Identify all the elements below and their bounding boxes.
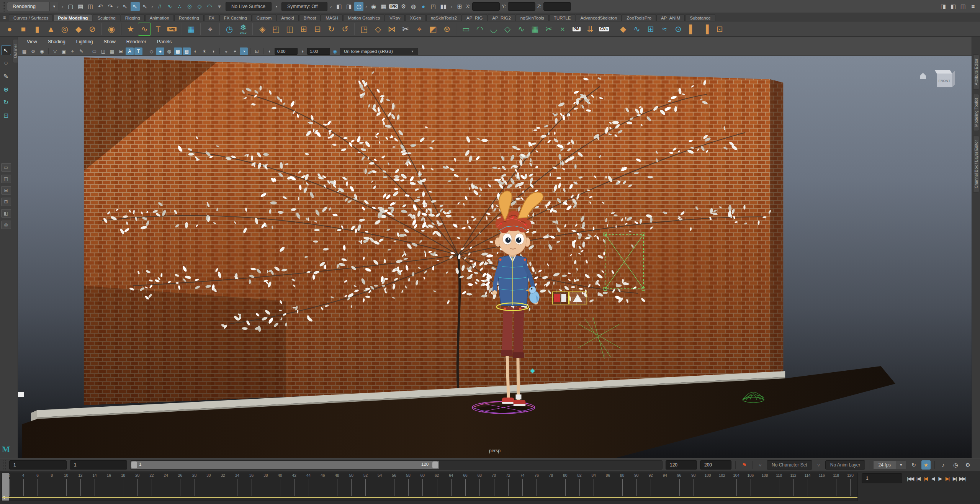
image-plane-icon[interactable]: ▣ — [60, 47, 68, 55]
arnold-renderview-icon[interactable]: ● — [419, 2, 428, 11]
sidebar-tab-attribute-editor[interactable]: Attribute Editor — [973, 54, 979, 89]
shelf-menu-icon[interactable]: ≡ — [2, 15, 9, 21]
shadows-icon[interactable]: ◑ — [209, 47, 217, 55]
sidebar-tool-settings-icon[interactable]: ◧ — [949, 2, 958, 11]
panel-menu-show[interactable]: Show — [99, 39, 121, 44]
snap-projected-center-icon[interactable]: ⊙ — [185, 2, 194, 11]
safe-title-icon[interactable]: T — [134, 47, 142, 55]
snap-grid-icon[interactable]: # — [155, 2, 164, 11]
group-collapse-icon[interactable]: › — [61, 3, 64, 9]
colorspace-dropdown[interactable]: Un-tone-mapped (sRGB)▼ — [340, 48, 418, 55]
render-current-frame-icon[interactable]: ▦ — [379, 2, 388, 11]
boolean-difference-icon[interactable]: ↺ — [339, 23, 352, 36]
outliner-tab[interactable]: Outliner — [13, 39, 18, 63]
xray-joints-icon[interactable]: ◓ — [231, 47, 239, 55]
layout-two-panes[interactable]: ◫ — [1, 175, 11, 183]
layout-three-panes[interactable]: ⊟ — [1, 186, 11, 195]
planar-projection-icon[interactable]: ▭ — [460, 23, 473, 36]
make-live-icon[interactable]: ◠ — [205, 2, 214, 11]
view-transform-toggle-icon[interactable]: ◉ — [331, 47, 339, 55]
go-to-start-button[interactable]: |◀◀ — [906, 473, 914, 483]
add-bookmark-icon[interactable]: ⚑ — [739, 460, 749, 470]
poly-cube-icon[interactable]: ■ — [17, 23, 30, 36]
animation-preferences-icon[interactable]: ⚙ — [963, 460, 972, 470]
unfold-uv-icon[interactable]: ∿ — [515, 23, 528, 36]
undo-icon[interactable]: ↶ — [96, 2, 105, 11]
performance-settings-icon[interactable]: PM — [570, 23, 583, 36]
shelf-tab-bifrost[interactable]: Bifrost — [299, 14, 321, 21]
shelf-tab-mash[interactable]: MASH — [321, 14, 343, 21]
open-render-view-icon[interactable]: ◉ — [369, 2, 378, 11]
shelf-tab-sculpting[interactable]: Sculpting — [93, 14, 120, 21]
cylindrical-projection-icon[interactable]: ◠ — [473, 23, 486, 36]
boolean-union-icon[interactable]: ↻ — [325, 23, 338, 36]
snap-point-icon[interactable]: ∴ — [175, 2, 184, 11]
select-object-icon[interactable]: ↖ — [131, 2, 140, 11]
copy-skin-weights-icon[interactable]: ▌ — [686, 23, 699, 36]
shelf-tab-ngskintools2[interactable]: ngSkinTools2 — [426, 14, 461, 21]
bevel-icon[interactable]: ◇ — [371, 23, 384, 36]
shelf-tab-substance[interactable]: Substance — [685, 14, 715, 21]
output-operations-icon[interactable]: ◨ — [344, 2, 353, 11]
panel-menu-shading[interactable]: Shading — [43, 39, 70, 44]
sweep-mesh-icon[interactable]: ★ — [124, 23, 137, 36]
panel-menu-lighting[interactable]: Lighting — [71, 39, 98, 44]
exposure-icon[interactable]: ◐ — [266, 47, 274, 55]
shelf-tab-fx-caching[interactable]: FX Caching — [219, 14, 252, 21]
move-tool[interactable]: ⊕ — [1, 84, 11, 94]
mirror-geometry-icon[interactable]: ◫ — [283, 23, 296, 36]
lock-camera-icon[interactable]: ⊘ — [29, 47, 37, 55]
save-scene-icon[interactable]: ◫ — [86, 2, 95, 11]
node-network-icon[interactable]: ⊡ — [713, 23, 726, 36]
go-to-end-button[interactable]: ▶▶| — [958, 473, 966, 483]
separate-icon[interactable]: ◰ — [270, 23, 283, 36]
new-scene-icon[interactable]: ▢ — [66, 2, 75, 11]
play-forwards-button[interactable]: ▶ — [936, 473, 943, 483]
extrude-icon[interactable]: ◳ — [358, 23, 371, 36]
shelf-tab-curves-surfaces[interactable]: Curves / Surfaces — [9, 14, 53, 21]
shelf-tab-xgen[interactable]: XGen — [405, 14, 425, 21]
smooth-mesh-icon[interactable]: ⊞ — [297, 23, 310, 36]
hypershade-icon[interactable]: ◍ — [409, 2, 418, 11]
gamma-icon[interactable]: ◑ — [298, 47, 306, 55]
poly-plane-icon[interactable]: ◆ — [72, 23, 85, 36]
shelf-tab-poly-modeling[interactable]: Poly Modeling — [53, 14, 92, 21]
shelf-tab-rendering[interactable]: Rendering — [174, 14, 204, 21]
poly-torus-icon[interactable]: ◎ — [58, 23, 71, 36]
poly-disc-icon[interactable]: ⊘ — [86, 23, 99, 36]
blend-shape-icon[interactable]: ≈ — [658, 23, 671, 36]
step-back-key-button[interactable]: |◀ — [915, 473, 921, 483]
current-frame-field[interactable]: 1 — [862, 473, 902, 483]
cut-uv-icon[interactable]: ✂ — [542, 23, 555, 36]
field-chart-icon[interactable]: ⊞ — [117, 47, 125, 55]
isolate-select-icon[interactable]: ⊡ — [253, 47, 261, 55]
playback-start-field[interactable]: 1 — [70, 460, 127, 470]
input-operations-icon[interactable]: ◧ — [334, 2, 344, 11]
playback-loop-icon[interactable]: ↻ — [909, 460, 918, 470]
platonic-solid-icon[interactable]: ◉ — [105, 23, 118, 36]
lighting-icon[interactable]: ☀ — [200, 47, 208, 55]
character-set-dropdown[interactable]: No Character Set — [767, 460, 812, 470]
launch-render-setup-icon[interactable]: ◳ — [429, 2, 438, 11]
select-camera-icon[interactable]: ▦ — [20, 47, 28, 55]
select-component-icon[interactable]: ↖ — [141, 2, 150, 11]
shelf-tab-rigging[interactable]: Rigging — [121, 14, 145, 21]
character-set-dropdown-icon[interactable]: ▽ — [757, 461, 764, 468]
scale-tool[interactable]: ⊡ — [1, 110, 11, 120]
multi-cut-icon[interactable]: ✂ — [399, 23, 412, 36]
lasso-tool[interactable]: ◌ — [1, 58, 11, 68]
svg-tool-icon[interactable]: svg — [165, 23, 178, 36]
range-end-handle[interactable] — [432, 461, 438, 468]
wireframe-on-shaded-icon[interactable]: ◍ — [165, 47, 173, 55]
snap-view-plane-icon[interactable]: ◇ — [195, 2, 204, 11]
poly-cone-icon[interactable]: ▲ — [44, 23, 57, 36]
colorspace-dropdown-arrow[interactable]: ▼ — [406, 50, 414, 53]
delete-history-icon[interactable]: ◷ — [223, 23, 236, 36]
layout-outliner-persp[interactable]: ◧ — [1, 209, 11, 218]
rangebar-grip[interactable] — [3, 460, 6, 470]
shelf-tab-ap-rig2[interactable]: AP_RIG2 — [488, 14, 515, 21]
range-slider-track[interactable]: 1 120 — [130, 460, 663, 470]
shelf-tab-vray[interactable]: VRay — [385, 14, 405, 21]
step-back-frame-button[interactable]: |◀ — [922, 473, 929, 483]
panel-menu-renderer[interactable]: Renderer — [121, 39, 151, 44]
